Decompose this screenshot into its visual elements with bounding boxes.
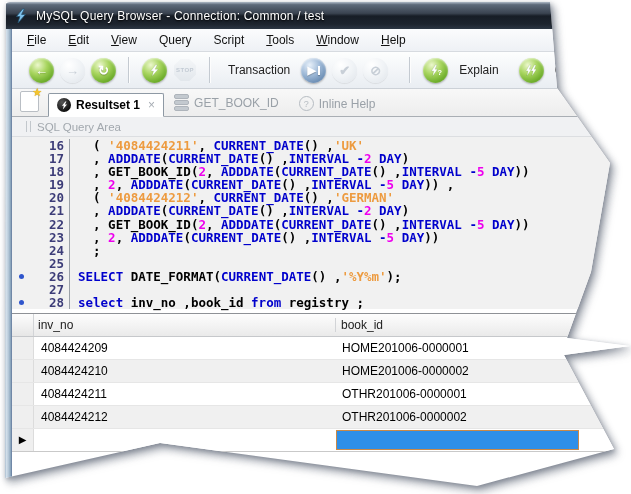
cell-inv-no[interactable]: 4084424209: [34, 341, 336, 355]
sql-editor[interactable]: 16 ( '4084424211', CURRENT_DATE() ,'UK'1…: [12, 137, 631, 309]
refresh-icon: ↻: [98, 64, 109, 77]
toolbar-separator: [128, 57, 130, 83]
tab-bar: ★ Resultset 1×GET_BOOK_ID?Inline Help: [12, 89, 631, 117]
row-header-cell[interactable]: [12, 360, 34, 382]
stop-button[interactable]: STOP: [174, 59, 196, 81]
sql-area-label: SQL Query Area: [37, 121, 121, 133]
column-header-book-id[interactable]: book_id: [336, 318, 631, 332]
title-bar[interactable]: MySQL Query Browser - Connection: Common…: [4, 2, 631, 29]
statement-marker-dot: [19, 300, 24, 305]
resultset-grid: inv_nobook_id 4084424209HOME201006-00000…: [12, 313, 631, 452]
tab-inline-help[interactable]: ?Inline Help: [289, 92, 386, 115]
statement-marker-cell: [12, 191, 30, 204]
cell-inv-no[interactable]: 4084424210: [34, 364, 336, 378]
window-title: MySQL Query Browser - Connection: Common…: [36, 9, 324, 23]
line-number: 21: [30, 204, 70, 217]
tab-get-book-id[interactable]: GET_BOOK_ID: [164, 90, 289, 115]
row-header-cell[interactable]: ▶: [12, 429, 34, 451]
cell-book-id[interactable]: HOME201006-0000002: [336, 364, 631, 378]
start-transaction-button[interactable]: ▶: [301, 58, 326, 83]
code-line: 24 ;: [12, 244, 631, 257]
tab-label: GET_BOOK_ID: [194, 96, 279, 110]
go-forward-button[interactable]: →: [60, 58, 85, 83]
menu-item-window[interactable]: Window: [305, 30, 370, 50]
explain-button[interactable]: ?: [423, 58, 448, 83]
menu-bar: FileEditViewQueryScriptToolsWindowHelp: [12, 29, 631, 52]
toolbar-separator: [409, 57, 411, 83]
menu-item-help[interactable]: Help: [370, 30, 417, 50]
menu-item-view[interactable]: View: [100, 30, 148, 50]
line-number: 28: [30, 296, 70, 309]
torn-screenshot-cutout: MySQL Query Browser - Connection: Common…: [0, 0, 631, 494]
statement-marker-cell: [12, 283, 30, 296]
execute-button[interactable]: [142, 58, 167, 83]
code-line: 28select inv_no ,book_id from registry ;: [12, 296, 631, 309]
menu-item-tools[interactable]: Tools: [255, 30, 305, 50]
code-text: select inv_no ,book_id from registry ;: [70, 296, 364, 309]
tab-label: Resultset 1: [76, 98, 140, 112]
column-header-inv-no[interactable]: inv_no: [34, 318, 336, 332]
statement-marker-cell: [12, 218, 30, 231]
arrow-left-icon: ←: [35, 64, 48, 77]
code-text: [70, 257, 78, 270]
stored-routine-icon: [174, 94, 189, 111]
code-line: 26SELECT DATE_FORMAT(CURRENT_DATE() ,'%Y…: [12, 270, 631, 283]
table-row[interactable]: 4084424211OTHR201006-0000001: [12, 383, 631, 406]
grid-header-row: inv_nobook_id: [12, 314, 631, 337]
lightning-icon: [148, 64, 161, 77]
app-icon: [13, 8, 29, 24]
table-row[interactable]: 4084424212OTHR201006-0000002: [12, 406, 631, 429]
line-number: 23: [30, 231, 70, 244]
line-number: 22: [30, 218, 70, 231]
refresh-button[interactable]: ↻: [91, 58, 116, 83]
grip-icon: [26, 121, 31, 132]
current-row-arrow-icon: ▶: [19, 435, 27, 445]
torn-clip: MySQL Query Browser - Connection: Common…: [0, 0, 631, 494]
statement-marker-dot: [19, 274, 24, 279]
commit-button[interactable]: ✔: [332, 58, 357, 83]
new-tab-icon[interactable]: ★: [20, 91, 39, 112]
cell-book-id[interactable]: HOME201006-0000001: [336, 341, 631, 355]
table-row[interactable]: 4084424209HOME201006-0000001: [12, 337, 631, 360]
cell-inv-no[interactable]: 4084424212: [34, 410, 336, 424]
statement-marker-cell: [12, 178, 30, 191]
sql-query-area-header: SQL Query Area: [12, 117, 631, 137]
table-row[interactable]: 4084424210HOME201006-0000002: [12, 360, 631, 383]
play-icon: ▶: [308, 65, 316, 76]
code-text: [70, 283, 78, 296]
tab-label: Inline Help: [319, 97, 376, 111]
statement-marker-cell: [12, 296, 30, 309]
menu-item-query[interactable]: Query: [148, 30, 203, 50]
svg-text:?: ?: [438, 68, 442, 77]
cancel-icon: ⊘: [370, 64, 381, 77]
menu-item-script[interactable]: Script: [203, 30, 256, 50]
go-back-button[interactable]: ←: [29, 58, 54, 83]
cell-book-id[interactable]: OTHR201006-0000001: [336, 387, 631, 401]
sparkle-icon: ★: [32, 86, 42, 99]
statement-marker-cell: [12, 152, 30, 165]
statement-marker-cell: [12, 165, 30, 178]
toolbar: ← → ↻ STOP Transaction ▶ ✔ ⊘ ? Explain C…: [12, 52, 631, 89]
code-line: 23 , 2, ADDDATE(CURRENT_DATE() ,INTERVAL…: [12, 231, 631, 244]
row-header-cell[interactable]: [12, 337, 34, 359]
row-header-cell[interactable]: [12, 406, 34, 428]
rollback-button[interactable]: ⊘: [363, 58, 388, 83]
app-window: MySQL Query Browser - Connection: Common…: [4, 2, 631, 490]
statement-marker-cell: [12, 244, 30, 257]
arrow-right-icon: →: [66, 64, 79, 77]
menu-item-edit[interactable]: Edit: [57, 30, 100, 50]
menu-item-file[interactable]: File: [16, 30, 57, 50]
compare-button[interactable]: [519, 58, 544, 83]
row-header-cell[interactable]: [12, 383, 34, 405]
insert-row[interactable]: ▶: [12, 429, 631, 452]
double-lightning-icon: [524, 64, 538, 77]
close-icon[interactable]: ×: [148, 98, 155, 112]
code-text: SELECT DATE_FORMAT(CURRENT_DATE() ,'%Y%m…: [70, 270, 402, 283]
resultset-lightning-icon: [57, 98, 71, 112]
cell-book-id[interactable]: OTHR201006-0000002: [336, 410, 631, 424]
grid-corner-cell: [12, 314, 34, 336]
cell-inv-no[interactable]: 4084424211: [34, 387, 336, 401]
stop-label: STOP: [176, 67, 194, 73]
tab-resultset-1[interactable]: Resultset 1×: [48, 93, 164, 117]
selected-cell-book-id[interactable]: [336, 430, 579, 450]
